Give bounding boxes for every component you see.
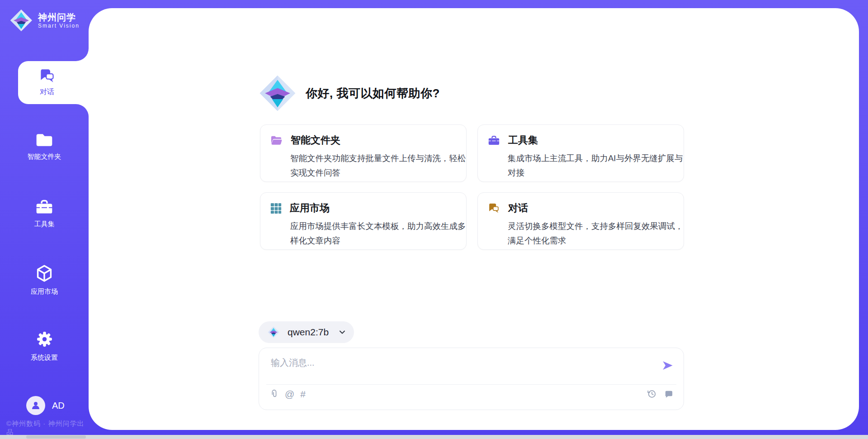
sidebar: 神州问学 Smart Vision 对话 智能文件夹 工具集: [0, 0, 89, 439]
card-description: 灵活切换多模型文件，支持多样回复效果调试，满足个性化需求: [508, 219, 687, 248]
card-app-market[interactable]: 应用市场 应用市场提供丰富长文本模板，助力高效生成多样化文章内容: [260, 192, 467, 250]
sidebar-item-settings[interactable]: 系统设置: [0, 330, 89, 362]
message-composer: @ #: [259, 348, 684, 410]
paperclip-icon[interactable]: [269, 389, 279, 400]
card-chat[interactable]: 对话 灵活切换多模型文件，支持多样回复效果调试，满足个性化需求: [477, 192, 684, 250]
chevron-down-icon: [339, 329, 346, 336]
card-smart-folder[interactable]: 智能文件夹 智能文件夹功能支持批量文件上传与清洗，轻松实现文件问答: [260, 124, 467, 182]
horizontal-scrollbar: [0, 435, 868, 439]
horizontal-scrollbar-thumb[interactable]: [26, 435, 86, 439]
message-input[interactable]: [270, 353, 651, 372]
copyright-text: ©神州数码 · 神州问学出品: [6, 420, 89, 437]
sidebar-item-label: 系统设置: [31, 353, 58, 362]
card-toolset[interactable]: 工具集 集成市场上主流工具，助力AI与外界无缝扩展与对接: [477, 124, 684, 182]
sidebar-item-chat[interactable]: 对话: [18, 61, 76, 104]
person-icon: [30, 400, 41, 411]
toolbox-icon: [35, 199, 53, 215]
card-title: 对话: [508, 201, 528, 215]
app-diamond-logo: [259, 75, 296, 112]
user-name: AD: [52, 401, 65, 411]
sidebar-item-smart-folder[interactable]: 智能文件夹: [0, 133, 89, 161]
card-title: 智能文件夹: [291, 134, 340, 147]
brand-logo: 神州问学 Smart Vision: [10, 9, 80, 32]
brand-name: 神州问学: [38, 12, 80, 23]
card-description: 智能文件夹功能支持批量文件上传与清洗，轻松实现文件问答: [290, 151, 469, 180]
hashtag-icon[interactable]: #: [300, 389, 306, 400]
sidebar-item-app-market[interactable]: 应用市场: [0, 264, 89, 296]
send-icon[interactable]: [662, 360, 674, 371]
chat-icon: [39, 68, 56, 83]
chat-icon: [488, 203, 500, 214]
sidebar-item-label: 工具集: [34, 220, 55, 229]
brand-subtitle: Smart Vision: [38, 23, 80, 29]
mention-icon[interactable]: @: [285, 389, 294, 400]
card-title: 工具集: [508, 134, 538, 147]
greeting: 你好, 我可以如何帮助你?: [259, 75, 440, 112]
model-name: qwen2:7b: [288, 327, 329, 338]
card-description: 集成市场上主流工具，助力AI与外界无缝扩展与对接: [508, 151, 687, 180]
history-icon[interactable]: [646, 389, 657, 399]
user-profile[interactable]: AD: [26, 396, 65, 415]
card-description: 应用市场提供丰富长文本模板，助力高效生成多样化文章内容: [290, 219, 469, 248]
avatar: [26, 396, 45, 415]
model-selector[interactable]: qwen2:7b: [259, 321, 354, 343]
feature-cards: 智能文件夹 智能文件夹功能支持批量文件上传与清洗，轻松实现文件问答 工具集 集成…: [260, 124, 684, 250]
card-title: 应用市场: [290, 201, 330, 215]
diamond-logo-icon: [10, 9, 33, 32]
grid-icon: [270, 203, 282, 214]
gear-icon: [35, 330, 54, 348]
folder-open-icon: [270, 135, 283, 146]
sidebar-item-label: 智能文件夹: [28, 153, 61, 161]
folder-icon: [35, 133, 53, 148]
toolbox-icon: [488, 135, 500, 146]
sidebar-item-label: 应用市场: [31, 287, 58, 296]
composer-divider: [266, 384, 676, 385]
sidebar-item-label: 对话: [40, 87, 54, 97]
main-panel: 你好, 我可以如何帮助你? 智能文件夹 智能文件夹功能支持批量文件上传与清洗，轻…: [89, 8, 859, 430]
feedback-bubble-icon[interactable]: [664, 390, 674, 399]
sidebar-item-toolset[interactable]: 工具集: [0, 199, 89, 229]
model-diamond-icon: [268, 326, 279, 338]
greeting-text: 你好, 我可以如何帮助你?: [306, 86, 440, 101]
cube-icon: [35, 264, 53, 282]
